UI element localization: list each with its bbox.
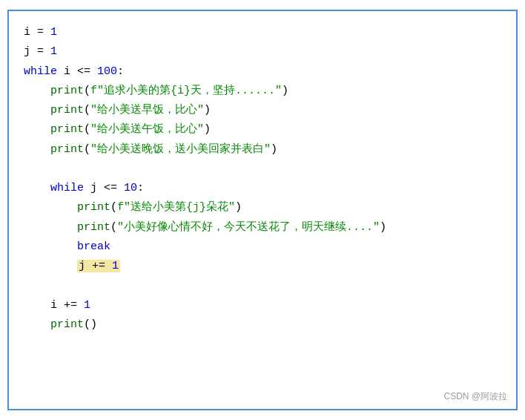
code-block: i = 1j = 1while i <= 100: print(f"追求小美的第… [24,23,501,335]
code-line: print() [24,315,501,335]
code-line: while j <= 10: [24,179,501,198]
code-line: break [24,237,501,257]
code-line: print("给小美送晚饭，送小美回家并表白") [24,140,501,160]
code-line: print(f"追求小美的第{i}天，坚持......") [24,82,501,101]
code-line: print(f"送给小美第{j}朵花") [24,198,501,217]
code-container: i = 1j = 1while i <= 100: print(f"追求小美的第… [7,10,518,410]
code-line: while i <= 100: [24,62,501,82]
code-line: print("小美好像心情不好，今天不送花了，明天继续....") [24,218,501,237]
code-line [24,160,501,179]
code-line: i = 1 [24,23,501,42]
code-line: print("给小美送午饭，比心") [24,120,501,140]
code-line: print("给小美送早饭，比心") [24,101,501,120]
code-line: j = 1 [24,42,501,62]
watermark: CSDN @阿波拉 [443,390,507,403]
code-line: i += 1 [24,296,501,315]
code-line: j += 1 [24,257,501,276]
code-line [24,276,501,295]
